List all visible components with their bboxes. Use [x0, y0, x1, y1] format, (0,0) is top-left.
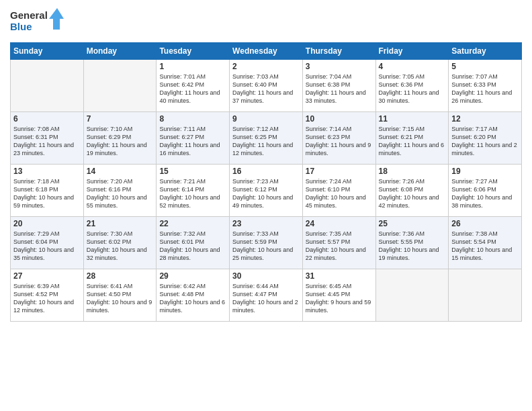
- calendar-cell: 22Sunrise: 7:32 AM Sunset: 6:01 PM Dayli…: [157, 217, 230, 269]
- day-number: 30: [232, 271, 300, 281]
- day-number: 6: [13, 114, 81, 124]
- calendar-cell: 11Sunrise: 7:15 AM Sunset: 6:21 PM Dayli…: [375, 112, 449, 165]
- calendar-cell: 30Sunrise: 6:44 AM Sunset: 4:47 PM Dayli…: [230, 269, 303, 322]
- weekday-header-sunday: Sunday: [11, 43, 84, 60]
- calendar-cell: 29Sunrise: 6:42 AM Sunset: 4:48 PM Dayli…: [157, 269, 230, 322]
- calendar-cell: 8Sunrise: 7:11 AM Sunset: 6:27 PM Daylig…: [157, 112, 230, 165]
- calendar-cell: 10Sunrise: 7:14 AM Sunset: 6:23 PM Dayli…: [302, 112, 375, 165]
- day-number: 9: [232, 114, 300, 124]
- header: General Blue: [10, 7, 522, 37]
- cell-content: Sunrise: 7:10 AM Sunset: 6:29 PM Dayligh…: [87, 125, 154, 158]
- cell-content: Sunrise: 7:11 AM Sunset: 6:27 PM Dayligh…: [159, 125, 226, 158]
- weekday-header-friday: Friday: [375, 43, 449, 60]
- calendar-cell: [11, 60, 84, 112]
- logo-svg: General Blue: [10, 7, 64, 37]
- cell-content: Sunrise: 7:04 AM Sunset: 6:38 PM Dayligh…: [306, 73, 373, 105]
- day-number: 19: [451, 167, 519, 176]
- cell-content: Sunrise: 7:15 AM Sunset: 6:21 PM Dayligh…: [379, 125, 446, 158]
- calendar-week-row: 6Sunrise: 7:08 AM Sunset: 6:31 PM Daylig…: [11, 112, 522, 165]
- cell-content: Sunrise: 7:33 AM Sunset: 5:59 PM Dayligh…: [232, 230, 300, 263]
- calendar-cell: 1Sunrise: 7:01 AM Sunset: 6:42 PM Daylig…: [157, 60, 230, 112]
- day-number: 20: [13, 219, 81, 228]
- calendar-cell: 31Sunrise: 6:45 AM Sunset: 4:45 PM Dayli…: [302, 269, 375, 322]
- day-number: 15: [159, 167, 226, 176]
- weekday-header-wednesday: Wednesday: [230, 43, 303, 60]
- cell-content: Sunrise: 7:05 AM Sunset: 6:36 PM Dayligh…: [379, 73, 446, 105]
- cell-content: Sunrise: 7:03 AM Sunset: 6:40 PM Dayligh…: [232, 73, 300, 105]
- calendar-cell: 17Sunrise: 7:24 AM Sunset: 6:10 PM Dayli…: [302, 165, 375, 217]
- calendar-cell: 14Sunrise: 7:20 AM Sunset: 6:16 PM Dayli…: [83, 165, 157, 217]
- logo: General Blue: [10, 7, 64, 37]
- day-number: 11: [379, 114, 446, 124]
- day-number: 24: [306, 219, 373, 228]
- svg-text:Blue: Blue: [10, 21, 32, 32]
- cell-content: Sunrise: 7:32 AM Sunset: 6:01 PM Dayligh…: [159, 230, 226, 263]
- calendar-cell: 28Sunrise: 6:41 AM Sunset: 4:50 PM Dayli…: [83, 269, 157, 322]
- calendar-week-row: 20Sunrise: 7:29 AM Sunset: 6:04 PM Dayli…: [11, 217, 522, 269]
- calendar-cell: 27Sunrise: 6:39 AM Sunset: 4:52 PM Dayli…: [11, 269, 84, 322]
- cell-content: Sunrise: 7:36 AM Sunset: 5:55 PM Dayligh…: [379, 230, 446, 263]
- calendar-cell: [83, 60, 157, 112]
- cell-content: Sunrise: 7:27 AM Sunset: 6:06 PM Dayligh…: [451, 177, 519, 210]
- calendar-cell: 6Sunrise: 7:08 AM Sunset: 6:31 PM Daylig…: [11, 112, 84, 165]
- cell-content: Sunrise: 6:41 AM Sunset: 4:50 PM Dayligh…: [87, 282, 154, 315]
- day-number: 17: [306, 167, 373, 176]
- calendar-cell: 24Sunrise: 7:35 AM Sunset: 5:57 PM Dayli…: [302, 217, 375, 269]
- day-number: 25: [379, 219, 446, 228]
- calendar-week-row: 27Sunrise: 6:39 AM Sunset: 4:52 PM Dayli…: [11, 269, 522, 322]
- day-number: 31: [306, 271, 373, 281]
- calendar-cell: 21Sunrise: 7:30 AM Sunset: 6:02 PM Dayli…: [83, 217, 157, 269]
- cell-content: Sunrise: 7:08 AM Sunset: 6:31 PM Dayligh…: [13, 125, 81, 158]
- calendar-cell: [375, 269, 449, 322]
- day-number: 3: [306, 62, 373, 71]
- cell-content: Sunrise: 7:30 AM Sunset: 6:02 PM Dayligh…: [87, 230, 154, 263]
- day-number: 2: [232, 62, 300, 71]
- calendar-cell: 2Sunrise: 7:03 AM Sunset: 6:40 PM Daylig…: [230, 60, 303, 112]
- day-number: 16: [232, 167, 300, 176]
- day-number: 7: [87, 114, 154, 124]
- calendar-cell: 12Sunrise: 7:17 AM Sunset: 6:20 PM Dayli…: [449, 112, 522, 165]
- cell-content: Sunrise: 7:20 AM Sunset: 6:16 PM Dayligh…: [87, 177, 154, 210]
- calendar-cell: 18Sunrise: 7:26 AM Sunset: 6:08 PM Dayli…: [375, 165, 449, 217]
- day-number: 10: [306, 114, 373, 124]
- weekday-header-monday: Monday: [83, 43, 157, 60]
- calendar-cell: 16Sunrise: 7:23 AM Sunset: 6:12 PM Dayli…: [230, 165, 303, 217]
- day-number: 14: [87, 167, 154, 176]
- day-number: 27: [13, 271, 81, 281]
- day-number: 26: [451, 219, 519, 228]
- svg-text:General: General: [10, 9, 48, 21]
- weekday-header-saturday: Saturday: [449, 43, 522, 60]
- cell-content: Sunrise: 7:12 AM Sunset: 6:25 PM Dayligh…: [232, 125, 300, 158]
- cell-content: Sunrise: 6:44 AM Sunset: 4:47 PM Dayligh…: [232, 282, 300, 315]
- cell-content: Sunrise: 7:24 AM Sunset: 6:10 PM Dayligh…: [306, 177, 373, 210]
- calendar-cell: 13Sunrise: 7:18 AM Sunset: 6:18 PM Dayli…: [11, 165, 84, 217]
- weekday-header-row: SundayMondayTuesdayWednesdayThursdayFrid…: [11, 43, 522, 60]
- cell-content: Sunrise: 7:14 AM Sunset: 6:23 PM Dayligh…: [306, 125, 373, 158]
- day-number: 4: [379, 62, 446, 71]
- cell-content: Sunrise: 7:26 AM Sunset: 6:08 PM Dayligh…: [379, 177, 446, 210]
- calendar-week-row: 1Sunrise: 7:01 AM Sunset: 6:42 PM Daylig…: [11, 60, 522, 112]
- cell-content: Sunrise: 6:45 AM Sunset: 4:45 PM Dayligh…: [306, 282, 373, 315]
- calendar-cell: 19Sunrise: 7:27 AM Sunset: 6:06 PM Dayli…: [449, 165, 522, 217]
- calendar-cell: 25Sunrise: 7:36 AM Sunset: 5:55 PM Dayli…: [375, 217, 449, 269]
- cell-content: Sunrise: 7:38 AM Sunset: 5:54 PM Dayligh…: [451, 230, 519, 263]
- cell-content: Sunrise: 7:18 AM Sunset: 6:18 PM Dayligh…: [13, 177, 81, 210]
- weekday-header-thursday: Thursday: [302, 43, 375, 60]
- day-number: 28: [87, 271, 154, 281]
- calendar-cell: 9Sunrise: 7:12 AM Sunset: 6:25 PM Daylig…: [230, 112, 303, 165]
- calendar-cell: 3Sunrise: 7:04 AM Sunset: 6:38 PM Daylig…: [302, 60, 375, 112]
- calendar-cell: 4Sunrise: 7:05 AM Sunset: 6:36 PM Daylig…: [375, 60, 449, 112]
- day-number: 29: [159, 271, 226, 281]
- calendar-cell: 23Sunrise: 7:33 AM Sunset: 5:59 PM Dayli…: [230, 217, 303, 269]
- cell-content: Sunrise: 7:35 AM Sunset: 5:57 PM Dayligh…: [306, 230, 373, 263]
- cell-content: Sunrise: 6:39 AM Sunset: 4:52 PM Dayligh…: [13, 282, 81, 315]
- day-number: 22: [159, 219, 226, 228]
- day-number: 18: [379, 167, 446, 176]
- calendar-table: SundayMondayTuesdayWednesdayThursdayFrid…: [10, 42, 522, 322]
- day-number: 21: [87, 219, 154, 228]
- day-number: 13: [13, 167, 81, 176]
- cell-content: Sunrise: 7:07 AM Sunset: 6:33 PM Dayligh…: [451, 73, 519, 105]
- cell-content: Sunrise: 6:42 AM Sunset: 4:48 PM Dayligh…: [159, 282, 226, 315]
- cell-content: Sunrise: 7:17 AM Sunset: 6:20 PM Dayligh…: [451, 125, 519, 158]
- day-number: 5: [451, 62, 519, 71]
